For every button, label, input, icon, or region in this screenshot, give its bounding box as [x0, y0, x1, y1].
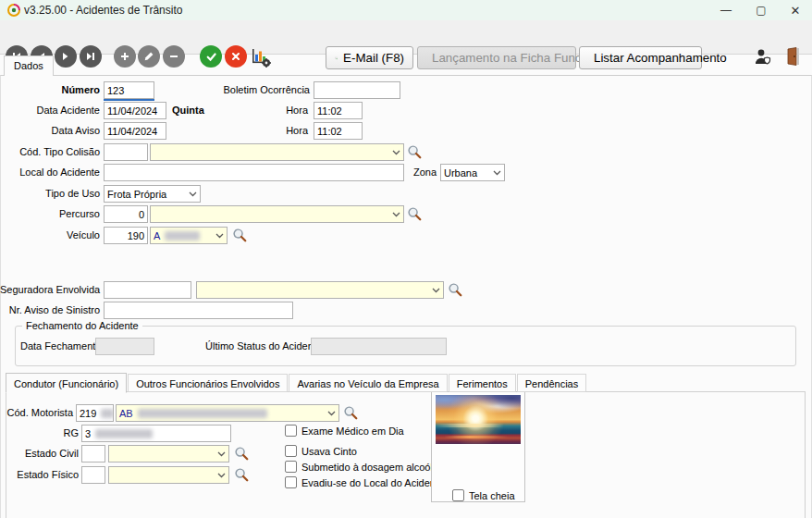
percurso-label: Percurso	[0, 205, 100, 223]
tab-avarias[interactable]: Avarias no Veículo da Empresa	[289, 374, 447, 392]
weekday-label: Quinta	[172, 102, 228, 119]
checkbox-box	[285, 425, 297, 437]
tab-outros-funcionarios[interactable]: Outros Funcionários Envolvidos	[128, 374, 288, 392]
close-button[interactable]: ✕	[781, 0, 809, 20]
veiculo-search-icon[interactable]	[232, 228, 248, 243]
tab-condutor[interactable]: Condutor (Funcionário)	[6, 373, 127, 393]
app-icon	[6, 3, 21, 18]
estado-civil-combo[interactable]	[108, 445, 229, 462]
chevron-down-icon	[392, 212, 400, 217]
data-fechamento-input	[95, 338, 154, 355]
ultimo-status-input	[311, 338, 447, 355]
tipo-colisao-combo[interactable]	[150, 143, 404, 161]
window-title: v3.25.00 - Acidentes de Trânsito	[24, 4, 182, 17]
edit-record-button[interactable]	[138, 45, 160, 68]
data-aviso-input[interactable]: 11/04/2024	[104, 122, 166, 140]
numero-label: Número	[0, 81, 100, 99]
redacted-value	[138, 409, 267, 418]
confirm-button[interactable]	[200, 45, 222, 68]
last-record-icon	[85, 51, 96, 62]
veiculo-code-input[interactable]: 190	[104, 227, 148, 244]
minimize-button[interactable]: —	[712, 0, 740, 20]
maximize-button[interactable]: ▢	[747, 0, 775, 20]
estado-civil-label: Estado Civil	[0, 445, 79, 462]
delete-record-button[interactable]	[163, 45, 185, 68]
hora-aviso-label: Hora	[240, 122, 308, 140]
accident-window: v3.25.00 - Acidentes de Trânsito — ▢ ✕	[0, 0, 812, 518]
checkbox-box	[452, 489, 464, 501]
percurso-search-icon[interactable]	[407, 206, 423, 222]
last-record-button[interactable]	[80, 45, 102, 68]
driver-photo	[436, 395, 521, 444]
tela-cheia-label: Tela cheia	[469, 490, 515, 501]
tipo-uso-label: Tipo de Uso	[0, 185, 100, 203]
percurso-code-input[interactable]: 0	[104, 205, 148, 223]
local-acidente-input[interactable]	[104, 164, 404, 181]
estado-fisico-search-icon[interactable]	[234, 467, 250, 483]
minus-icon	[168, 51, 179, 62]
rg-input[interactable]: 3	[81, 425, 231, 442]
numero-input[interactable]: 123	[104, 81, 154, 99]
pencil-icon	[143, 51, 154, 62]
x-icon	[230, 51, 241, 62]
email-button-label: E-Mail (F8)	[343, 51, 404, 65]
seguradora-combo[interactable]	[196, 281, 444, 299]
checkbox-exame-medico[interactable]: Exame Médico em Dia	[285, 424, 404, 438]
hora-acidente-input[interactable]: 11:02	[314, 102, 363, 119]
percurso-combo[interactable]	[150, 205, 404, 223]
zona-select[interactable]: Urbana	[440, 164, 505, 181]
chevron-down-icon	[392, 150, 400, 155]
user-shield-icon[interactable]	[754, 48, 773, 66]
cancel-button[interactable]	[225, 45, 247, 68]
motorista-label: Cód. Motorista	[0, 404, 73, 422]
checkbox-tela-cheia[interactable]: Tela cheia	[452, 488, 515, 502]
data-acidente-input[interactable]: 11/04/2024	[104, 102, 166, 119]
next-record-button[interactable]	[55, 45, 77, 68]
estado-fisico-code-input[interactable]	[81, 466, 105, 484]
next-record-icon	[60, 51, 71, 62]
hora-acidente-label: Hora	[240, 102, 308, 119]
tipo-colisao-search-icon[interactable]	[407, 144, 423, 160]
motorista-combo[interactable]: AB	[116, 404, 339, 422]
chevron-down-icon	[432, 288, 440, 293]
check-icon	[205, 51, 217, 63]
estado-fisico-combo[interactable]	[108, 466, 229, 484]
bottom-tabstrip: Condutor (Funcionário) Outros Funcionári…	[6, 372, 806, 392]
driver-photo-panel: Tela cheia	[431, 391, 525, 502]
chevron-down-icon	[493, 170, 501, 176]
tab-ferimentos[interactable]: Ferimentos	[449, 374, 516, 392]
email-button[interactable]: E-Mail (F8)	[326, 46, 413, 69]
seguradora-search-icon[interactable]	[448, 282, 463, 298]
listar-acompanhamento-button[interactable]: Listar Acompanhamento	[579, 46, 702, 69]
veiculo-combo[interactable]: A	[150, 227, 228, 244]
tipo-colisao-code-input[interactable]	[104, 143, 148, 161]
tipo-uso-select[interactable]: Frota Própria	[104, 185, 201, 203]
seguradora-code-input[interactable]	[104, 281, 191, 299]
checkbox-usava-cinto[interactable]: Usava Cinto	[285, 444, 357, 458]
boletim-label: Boletim Ocorrência	[185, 81, 310, 99]
aviso-sinistro-input[interactable]	[104, 302, 293, 319]
hora-aviso-input[interactable]: 11:02	[314, 122, 363, 140]
photo-detail	[436, 436, 521, 438]
estado-civil-code-input[interactable]	[81, 445, 105, 462]
veiculo-label: Veículo	[0, 227, 100, 244]
motorista-code-input[interactable]: 219	[76, 404, 114, 422]
motorista-search-icon[interactable]	[343, 405, 359, 421]
checkbox-evadiu-se[interactable]: Evadiu-se do Local do Acidente	[285, 475, 444, 489]
boletim-input[interactable]	[314, 81, 400, 99]
exit-door-icon[interactable]	[785, 46, 802, 67]
email-icon	[335, 52, 338, 65]
add-record-button[interactable]	[114, 45, 136, 68]
aviso-sinistro-label: Nr. Aviso de Sinistro	[0, 302, 100, 319]
checkbox-dosagem-alcoolica[interactable]: Submetido à dosagem alcoólica	[285, 460, 446, 474]
tab-dados[interactable]: Dados	[4, 56, 54, 76]
zona-label: Zona	[388, 164, 437, 181]
ultimo-status-label: Último Status do Acidente	[205, 338, 307, 355]
chart-settings-icon[interactable]	[250, 46, 272, 68]
plus-icon	[119, 51, 130, 62]
chevron-down-icon	[217, 473, 226, 478]
photo-detail	[436, 424, 521, 427]
listar-acompanhamento-label: Listar Acompanhamento	[594, 51, 727, 65]
estado-civil-search-icon[interactable]	[234, 446, 250, 462]
tab-pendencias[interactable]: Pendências	[517, 374, 587, 392]
